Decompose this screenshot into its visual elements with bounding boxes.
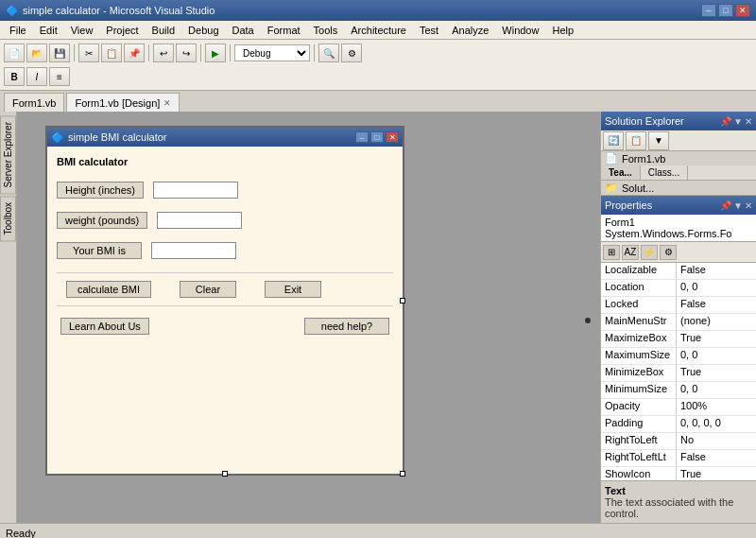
bmi-label-btn[interactable]: Your BMI is [57, 242, 142, 259]
title-bar-buttons: – □ ✕ [701, 4, 750, 17]
se-tab-class[interactable]: Class... [641, 165, 688, 180]
properties-object: Form1 System.Windows.Forms.Fo [601, 215, 756, 242]
menu-architecture[interactable]: Architecture [345, 23, 412, 38]
menu-analyze[interactable]: Analyze [446, 23, 494, 38]
prop-row-padding[interactable]: Padding 0, 0, 0, 0 [601, 416, 756, 433]
point-indicator [585, 318, 591, 323]
prop-row-localizable[interactable]: Localizable False [601, 263, 756, 280]
tab-form1vb-design-label: Form1.vb [Design] [75, 97, 160, 109]
open-btn[interactable]: 📂 [26, 43, 47, 62]
form-close-btn[interactable]: ✕ [386, 131, 399, 143]
se-tab-tea[interactable]: Tea... [601, 165, 641, 180]
settings-btn[interactable]: ⚙ [341, 43, 362, 62]
weight-label-btn[interactable]: weight (pounds) [57, 212, 147, 229]
prop-row-minimumsize[interactable]: MinimumSize 0, 0 [601, 382, 756, 399]
redo-btn[interactable]: ↪ [176, 43, 197, 62]
close-se-icon[interactable]: ✕ [745, 116, 752, 127]
height-textbox[interactable] [153, 182, 238, 199]
start-btn[interactable]: ▶ [205, 43, 226, 62]
find-btn[interactable]: 🔍 [318, 43, 339, 62]
bmi-textbox[interactable] [151, 242, 236, 259]
bmi-calculator-title: BMI calculator [57, 156, 393, 167]
se-refresh-btn[interactable]: 🔄 [603, 131, 624, 150]
menu-bar: File Edit View Project Build Debug Data … [0, 21, 756, 40]
menu-debug[interactable]: Debug [182, 23, 224, 38]
exit-btn[interactable]: Exit [265, 281, 321, 298]
form-title-text: simple BMI calculator [68, 131, 167, 143]
prop-row-showicon[interactable]: ShowIcon True [601, 467, 756, 480]
prop-row-maximizebox[interactable]: MaximizeBox True [601, 331, 756, 348]
resize-handle-bottom[interactable] [222, 471, 228, 477]
resize-handle-br[interactable] [400, 471, 405, 477]
se-filter-btn[interactable]: ▼ [648, 131, 669, 150]
prop-close-icon[interactable]: ✕ [745, 200, 752, 211]
resize-handle-right[interactable] [400, 298, 405, 304]
prop-dropdown-icon[interactable]: ▼ [733, 200, 743, 211]
calculate-bmi-btn[interactable]: calculate BMI [66, 281, 151, 298]
right-panel: Solution Explorer 📌 ▼ ✕ 🔄 📋 ▼ 📄 Form1.vb… [600, 112, 756, 523]
prop-category-btn[interactable]: ⊞ [603, 245, 620, 260]
tab-close-icon[interactable]: ✕ [163, 98, 171, 108]
bold-btn[interactable]: B [4, 67, 25, 86]
menu-test[interactable]: Test [414, 23, 444, 38]
menu-view[interactable]: View [65, 23, 99, 38]
cut-btn[interactable]: ✂ [78, 43, 99, 62]
align-left-btn[interactable]: ≡ [49, 67, 70, 86]
se-solution-item[interactable]: 📁 Solut... [601, 181, 756, 195]
left-sidebar: Server Explorer Toolbox [0, 112, 17, 523]
copy-btn[interactable]: 📋 [101, 43, 122, 62]
server-explorer-tab[interactable]: Server Explorer [0, 115, 16, 194]
prop-row-opacity[interactable]: Opacity 100% [601, 399, 756, 416]
prop-row-righttoleftlt[interactable]: RightToLeftLt False [601, 450, 756, 467]
prop-row-locked[interactable]: Locked False [601, 297, 756, 314]
prop-row-mainmenustr[interactable]: MainMenuStr (none) [601, 314, 756, 331]
need-help-btn[interactable]: need help? [304, 318, 389, 335]
menu-project[interactable]: Project [100, 23, 144, 38]
properties-object-text: Form1 System.Windows.Forms.Fo [605, 217, 731, 239]
tab-form1vb[interactable]: Form1.vb [4, 93, 64, 112]
design-area[interactable]: 🔷 simple BMI calculator – □ ✕ BMI calcul… [17, 112, 600, 523]
title-bar: 🔷 simple calculator - Microsoft Visual S… [0, 0, 756, 21]
menu-help[interactable]: Help [546, 23, 579, 38]
tab-form1vb-design[interactable]: Form1.vb [Design] ✕ [66, 93, 180, 112]
pin-icon[interactable]: 📌 [720, 116, 731, 127]
menu-edit[interactable]: Edit [34, 23, 63, 38]
prop-row-location[interactable]: Location 0, 0 [601, 280, 756, 297]
weight-textbox[interactable] [157, 212, 242, 229]
menu-data[interactable]: Data [227, 23, 260, 38]
se-form1vb-item[interactable]: 📄 Form1.vb [601, 151, 756, 165]
prop-events-btn[interactable]: ⚙ [660, 245, 677, 260]
toolbox-tab[interactable]: Toolbox [0, 196, 16, 241]
learn-about-us-btn[interactable]: Learn About Us [60, 318, 149, 335]
form-window: 🔷 simple BMI calculator – □ ✕ BMI calcul… [45, 126, 404, 476]
se-tabs: Tea... Class... [601, 165, 756, 181]
menu-window[interactable]: Window [496, 23, 544, 38]
debug-config-combo[interactable]: Debug Release [234, 44, 310, 61]
save-btn[interactable]: 💾 [49, 43, 70, 62]
app-icon: 🔷 [6, 5, 19, 17]
form-max-btn[interactable]: □ [370, 131, 384, 143]
se-properties-btn[interactable]: 📋 [626, 131, 646, 150]
prop-pin-icon[interactable]: 📌 [720, 200, 731, 211]
close-button[interactable]: ✕ [735, 4, 750, 17]
height-label-btn[interactable]: Height (inches) [57, 182, 144, 199]
italic-btn[interactable]: I [26, 67, 47, 86]
se-form1vb-icon: 📄 [605, 152, 618, 165]
menu-format[interactable]: Format [262, 23, 306, 38]
form-min-btn[interactable]: – [355, 131, 369, 143]
prop-row-righttoleft[interactable]: RightToLeft No [601, 433, 756, 450]
menu-build[interactable]: Build [146, 23, 180, 38]
undo-btn[interactable]: ↩ [153, 43, 174, 62]
maximize-button[interactable]: □ [718, 4, 733, 17]
minimize-button[interactable]: – [701, 4, 716, 17]
menu-file[interactable]: File [4, 23, 32, 38]
new-project-btn[interactable]: 📄 [4, 43, 25, 62]
menu-tools[interactable]: Tools [308, 23, 344, 38]
prop-pages-btn[interactable]: ⚡ [641, 245, 658, 260]
clear-btn[interactable]: Clear [180, 281, 236, 298]
paste-btn[interactable]: 📌 [124, 43, 145, 62]
prop-alpha-btn[interactable]: AZ [622, 245, 639, 260]
prop-row-minimizebox[interactable]: MinimizeBox True [601, 365, 756, 382]
dropdown-icon[interactable]: ▼ [733, 116, 743, 127]
prop-row-maximumsize[interactable]: MaximumSize 0, 0 [601, 348, 756, 365]
